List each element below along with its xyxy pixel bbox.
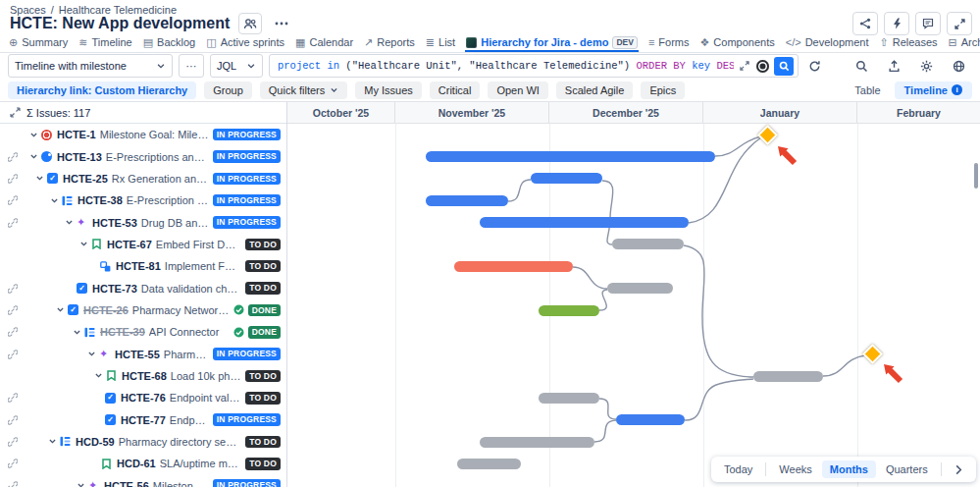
issue-key[interactable]: HCTE-55 bbox=[115, 349, 160, 360]
issue-summary[interactable]: Endpoint validation bbox=[170, 392, 241, 404]
tab-calendar[interactable]: ▦Calendar bbox=[294, 32, 354, 52]
issue-row-hcte-26[interactable]: ✓HCTE-26Pharmacy Network IntegrationDONE bbox=[0, 299, 286, 321]
status-badge[interactable]: IN PROGRESS bbox=[213, 413, 281, 426]
chevron-down-icon[interactable] bbox=[65, 218, 77, 227]
gantt-bar-hcte-76[interactable] bbox=[539, 393, 599, 404]
filter-chip-scaled-agile[interactable]: Scaled Agile bbox=[556, 81, 634, 99]
jql-assist-icon[interactable] bbox=[756, 60, 769, 73]
issue-key[interactable]: HCTE-68 bbox=[122, 370, 167, 382]
issue-row-hcte-67[interactable]: HCTE-67Embed First Databank APITO DO bbox=[0, 234, 286, 255]
issue-row-hcte-1[interactable]: HCTE-1Milestone Goal: Milestone Improve … bbox=[0, 124, 286, 145]
issue-key[interactable]: HCTE-1 bbox=[57, 129, 96, 140]
gantt-bar-hcte-81[interactable] bbox=[454, 261, 573, 272]
issue-row-hcte-13[interactable]: HCTE-13E-Prescriptions and Pharmacy Inte… bbox=[0, 145, 286, 167]
view-more-button[interactable]: ⋯ bbox=[179, 54, 204, 78]
issue-row-hcte-55[interactable]: ✦HCTE-55Pharmacy Network MappingIN PROGR… bbox=[0, 343, 286, 364]
status-badge[interactable]: DONE bbox=[248, 304, 281, 317]
tab-development[interactable]: </>Development bbox=[785, 32, 870, 52]
chevron-down-icon[interactable] bbox=[79, 240, 91, 248]
status-badge[interactable]: TO DO bbox=[245, 260, 281, 273]
issue-key[interactable]: HCTE-67 bbox=[107, 239, 152, 250]
tab-list[interactable]: ≣List bbox=[425, 32, 456, 52]
issue-row-hcte-76[interactable]: ✓HCTE-76Endpoint validationTO DO bbox=[0, 387, 286, 408]
zoom-weeks[interactable]: Weeks bbox=[771, 460, 819, 478]
issue-summary[interactable]: E-Prescription Writer bbox=[127, 194, 209, 206]
issue-summary[interactable]: Pharmacy Network Mapping bbox=[164, 349, 209, 360]
export-icon[interactable] bbox=[884, 56, 903, 76]
vertical-scrollbar[interactable] bbox=[974, 163, 978, 189]
gantt-bar-hcte-13[interactable] bbox=[426, 151, 715, 162]
tab-active-sprints[interactable]: ◫Active sprints bbox=[205, 32, 285, 52]
issue-key[interactable]: HCTE-38 bbox=[77, 194, 123, 206]
gantt-bar-hcte-25[interactable] bbox=[531, 173, 602, 184]
status-badge[interactable]: IN PROGRESS bbox=[213, 194, 281, 207]
chevron-down-icon[interactable] bbox=[35, 174, 47, 183]
issue-summary[interactable]: Milestone eRx Transmissi... bbox=[153, 480, 209, 487]
collaborators-icon[interactable] bbox=[238, 13, 262, 34]
issue-row-hcte-39[interactable]: HCTE-39API ConnectorDONE bbox=[0, 321, 286, 343]
group-button[interactable]: Group bbox=[204, 81, 252, 99]
status-badge[interactable]: TO DO bbox=[245, 239, 281, 251]
zoom-next-button[interactable] bbox=[947, 461, 971, 478]
issue-key[interactable]: HCTE-56 bbox=[104, 480, 149, 487]
tab-releases[interactable]: ⇧Releases bbox=[878, 32, 938, 52]
issue-key[interactable]: HCTE-73 bbox=[92, 283, 137, 295]
chevron-down-icon[interactable] bbox=[87, 350, 99, 358]
issue-key[interactable]: HCTE-26 bbox=[83, 304, 129, 316]
chevron-down-icon[interactable] bbox=[73, 328, 84, 337]
issue-summary[interactable]: API Connector bbox=[149, 326, 230, 338]
zoom-quarters[interactable]: Quarters bbox=[878, 460, 936, 478]
issue-row-hcte-38[interactable]: HCTE-38E-Prescription WriterIN PROGRESS bbox=[0, 189, 286, 211]
issue-summary[interactable]: Embed First Databank API bbox=[156, 239, 241, 250]
timeline-body[interactable]: TodayWeeksMonthsQuarters bbox=[287, 124, 980, 487]
refresh-button[interactable] bbox=[804, 56, 824, 76]
collapse-icon[interactable] bbox=[10, 107, 21, 118]
gantt-bar-hcte-53[interactable] bbox=[480, 217, 689, 228]
chevron-down-icon[interactable] bbox=[77, 481, 88, 487]
gantt-bar-hcte-77[interactable] bbox=[616, 414, 685, 425]
jql-query-input[interactable]: project in ("Healthcare Unit", "Healthca… bbox=[269, 54, 799, 78]
tab-components[interactable]: ❖Components bbox=[698, 32, 775, 52]
filter-chip-my-issues[interactable]: My Issues bbox=[355, 81, 422, 99]
filter-chip-critical[interactable]: Critical bbox=[430, 81, 481, 99]
issue-summary[interactable]: E-Prescriptions and Pharmacy Integration bbox=[106, 151, 209, 163]
issue-summary[interactable]: Implement FDB drug lookup and int... bbox=[165, 260, 241, 272]
quick-filters-button[interactable]: Quick filters bbox=[260, 81, 347, 99]
jql-mode-select[interactable]: JQL bbox=[210, 54, 263, 78]
chevron-down-icon[interactable] bbox=[48, 437, 60, 446]
tab-forms[interactable]: ≡Forms bbox=[647, 32, 691, 52]
tab-backlog[interactable]: ▤Backlog bbox=[142, 32, 197, 52]
gear-icon[interactable] bbox=[916, 56, 936, 76]
issue-row-hcd-59[interactable]: HCD-59Pharmacy directory search and...TO… bbox=[0, 431, 286, 453]
gantt-bar-hcte-38[interactable] bbox=[426, 195, 508, 206]
issue-summary[interactable]: Load 10k pharmacy endpoints bbox=[171, 370, 241, 382]
issue-key[interactable]: HCTE-81 bbox=[116, 260, 161, 272]
gantt-bar-hcte-68[interactable] bbox=[753, 371, 823, 382]
status-badge[interactable]: IN PROGRESS bbox=[213, 173, 281, 186]
issue-summary[interactable]: Rx Generation and EHR Export bbox=[112, 173, 209, 185]
issue-summary[interactable]: Pharmacy directory search and... bbox=[119, 436, 242, 448]
status-badge[interactable]: TO DO bbox=[245, 458, 281, 470]
issue-key[interactable]: HCTE-53 bbox=[92, 217, 137, 229]
info-icon[interactable]: i bbox=[952, 84, 962, 95]
issue-row-hcte-73[interactable]: ✓HCTE-73Data validation checksTO DO bbox=[0, 277, 286, 298]
status-badge[interactable]: IN PROGRESS bbox=[213, 150, 281, 163]
status-badge[interactable]: DONE bbox=[248, 326, 281, 339]
search-icon[interactable] bbox=[851, 56, 871, 76]
issue-row-hcte-56[interactable]: ✦HCTE-56Milestone eRx Transmissi...IN PR… bbox=[0, 475, 286, 487]
status-badge[interactable]: IN PROGRESS bbox=[213, 479, 281, 487]
issue-summary[interactable]: Drug DB and Interaction Checks bbox=[141, 217, 209, 229]
tab-timeline[interactable]: ≋Timeline bbox=[77, 32, 132, 52]
tab-summary[interactable]: ⊕Summary bbox=[8, 32, 69, 52]
issue-row-hcte-25[interactable]: ✓HCTE-25Rx Generation and EHR ExportIN P… bbox=[0, 168, 286, 189]
status-badge[interactable]: IN PROGRESS bbox=[213, 129, 281, 141]
zoom-months[interactable]: Months bbox=[822, 460, 876, 478]
issue-summary[interactable]: Pharmacy Network Integration bbox=[132, 304, 230, 316]
status-badge[interactable]: TO DO bbox=[245, 370, 281, 383]
issue-key[interactable]: HCTE-76 bbox=[121, 392, 166, 404]
issue-summary[interactable]: SLA/uptime monitoring for p... bbox=[160, 458, 242, 469]
chevron-down-icon[interactable] bbox=[94, 371, 106, 380]
issue-key[interactable]: HCD-61 bbox=[117, 458, 156, 469]
gantt-bar-hcte-67[interactable] bbox=[612, 239, 684, 249]
issue-key[interactable]: HCTE-39 bbox=[100, 326, 145, 338]
